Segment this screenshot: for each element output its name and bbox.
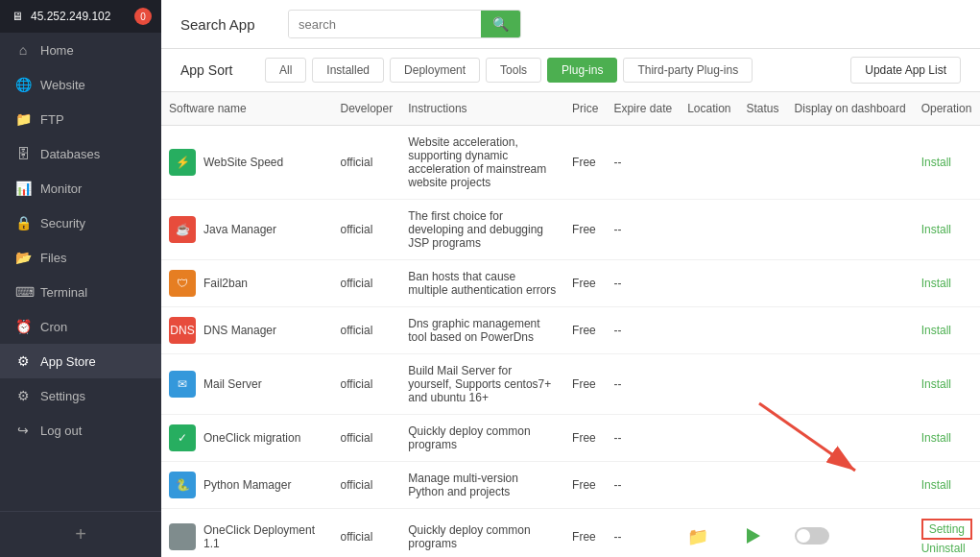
app-table: Software nameDeveloperInstructionsPriceE…: [161, 92, 980, 557]
sort-btn-installed[interactable]: Installed: [312, 58, 384, 83]
sidebar-item-terminal[interactable]: ⌨Terminal: [0, 275, 161, 309]
app-developer: official: [333, 354, 401, 415]
app-icon: 🛡: [169, 270, 196, 297]
display-toggle[interactable]: [795, 527, 829, 545]
sidebar-item-files[interactable]: 📂Files: [0, 240, 161, 275]
sidebar-item-databases[interactable]: 🗄Databases: [0, 136, 161, 171]
install-link[interactable]: Install: [921, 431, 951, 445]
sortbar-title: App Sort: [180, 62, 257, 78]
app-status: [739, 415, 787, 462]
app-developer: official: [333, 509, 401, 558]
app-expire: --: [606, 354, 680, 415]
table-row: OneClick Deployment 1.1officialQuickly d…: [161, 509, 980, 558]
header-display: Display on dashboard: [787, 92, 914, 126]
app-name-cell: 🛡Fail2ban: [161, 260, 333, 307]
sidebar-label-monitor: Monitor: [40, 182, 82, 196]
app-price: Free: [564, 462, 606, 509]
app-name: OneClick migration: [203, 431, 300, 445]
app-instructions: Dns graphic management tool based on Pow…: [400, 307, 564, 354]
sidebar-item-cron[interactable]: ⏰Cron: [0, 309, 161, 344]
app-price: Free: [564, 307, 606, 354]
app-location: [680, 307, 738, 354]
sidebar-label-home: Home: [40, 43, 74, 58]
app-expire: --: [606, 509, 680, 558]
app-operation[interactable]: Install: [914, 415, 980, 462]
setting-button[interactable]: Setting: [921, 519, 972, 540]
app-name-cell: ☕Java Manager: [161, 200, 333, 260]
topbar: Search App 🔍: [161, 0, 980, 49]
app-display: [787, 260, 914, 307]
app-price: Free: [564, 200, 606, 260]
sidebar-item-website[interactable]: 🌐Website: [0, 67, 161, 102]
install-link[interactable]: Install: [921, 223, 951, 236]
app-status: [739, 260, 787, 307]
app-price: Free: [564, 126, 606, 200]
uninstall-link[interactable]: Uninstall: [921, 542, 972, 555]
sort-btn-third-party-plug-ins[interactable]: Third-party Plug-ins: [623, 58, 753, 83]
install-link[interactable]: Install: [921, 156, 951, 169]
app-developer: official: [333, 126, 401, 200]
app-status[interactable]: [739, 509, 787, 558]
sidebar-item-appstore[interactable]: ⚙App Store: [0, 344, 161, 378]
app-location: [680, 415, 738, 462]
add-button[interactable]: +: [0, 511, 161, 557]
sidebar-label-appstore: App Store: [40, 354, 96, 369]
app-name-cell: OneClick Deployment 1.1: [161, 509, 333, 558]
sidebar-item-home[interactable]: ⌂Home: [0, 33, 161, 67]
header-location: Location: [680, 92, 738, 126]
sort-btn-tools[interactable]: Tools: [486, 58, 541, 83]
search-input[interactable]: [289, 12, 481, 37]
page-title: Search App: [180, 16, 276, 33]
app-instructions: Manage multi-version Python and projects: [400, 462, 564, 509]
databases-icon: 🗄: [15, 146, 31, 161]
table-row: ✓OneClick migrationofficialQuickly deplo…: [161, 415, 980, 462]
files-icon: 📂: [15, 250, 31, 265]
app-operation[interactable]: Install: [914, 260, 980, 307]
app-name-cell: 🐍Python Mamager: [161, 462, 333, 509]
table-row: ⚡WebSite SpeedofficialWebsite accelerati…: [161, 126, 980, 200]
app-location: [680, 462, 738, 509]
app-operation[interactable]: Install: [914, 200, 980, 260]
sort-btn-deployment[interactable]: Deployment: [390, 58, 480, 83]
sort-btn-all[interactable]: All: [265, 58, 306, 83]
app-location[interactable]: 📁: [680, 509, 738, 558]
header-price: Price: [564, 92, 606, 126]
app-name-cell: ✓OneClick migration: [161, 415, 333, 462]
sidebar-item-ftp[interactable]: 📁FTP: [0, 102, 161, 136]
app-operation[interactable]: Install: [914, 354, 980, 415]
app-operation[interactable]: Install: [914, 126, 980, 200]
folder-icon[interactable]: 📁: [687, 527, 708, 546]
app-operation[interactable]: Install: [914, 462, 980, 509]
app-icon: ☕: [169, 216, 196, 243]
sidebar-item-monitor[interactable]: 📊Monitor: [0, 171, 161, 206]
search-container: 🔍: [288, 10, 521, 38]
play-icon[interactable]: [747, 528, 760, 544]
app-developer: official: [333, 307, 401, 354]
app-display[interactable]: [787, 509, 914, 558]
server-ip: 45.252.249.102: [31, 10, 110, 23]
update-app-list-button[interactable]: Update App List: [850, 57, 961, 84]
install-link[interactable]: Install: [921, 377, 951, 391]
install-link[interactable]: Install: [921, 478, 951, 492]
app-name-cell: DNSDNS Manager: [161, 307, 333, 354]
app-name: Java Manager: [203, 223, 276, 236]
app-display: [787, 415, 914, 462]
install-link[interactable]: Install: [921, 277, 951, 290]
search-button[interactable]: 🔍: [481, 11, 520, 37]
app-operation[interactable]: SettingUninstall: [914, 509, 980, 558]
app-developer: official: [333, 200, 401, 260]
sidebar-item-security[interactable]: 🔒Security: [0, 206, 161, 240]
app-name: Fail2ban: [203, 277, 248, 290]
sort-btn-plug-ins[interactable]: Plug-ins: [547, 58, 617, 83]
app-name-cell: ⚡WebSite Speed: [161, 126, 333, 200]
app-location: [680, 200, 738, 260]
app-location: [680, 260, 738, 307]
terminal-icon: ⌨: [15, 284, 31, 300]
sidebar-item-settings[interactable]: ⚙Settings: [0, 378, 161, 413]
sidebar-item-logout[interactable]: ↪Log out: [0, 413, 161, 448]
website-icon: 🌐: [15, 77, 31, 92]
app-operation[interactable]: Install: [914, 307, 980, 354]
install-link[interactable]: Install: [921, 324, 951, 337]
appstore-icon: ⚙: [15, 353, 31, 369]
sidebar-label-files: Files: [40, 251, 66, 265]
